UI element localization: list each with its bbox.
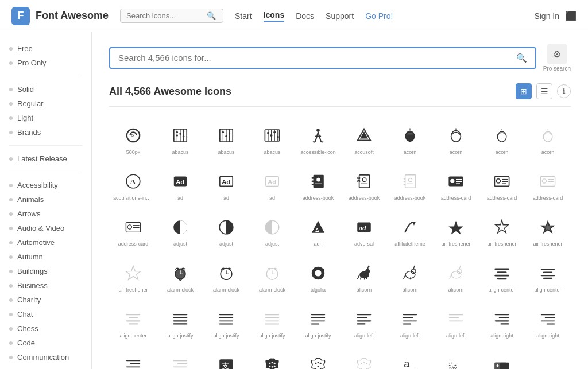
pro-search-icon: ⚙ xyxy=(547,44,567,64)
icon-cell-align-justify3[interactable]: align-justify xyxy=(249,300,295,345)
svg-point-171 xyxy=(274,363,276,364)
icon-cell-amazon[interactable]: a amazon xyxy=(387,345,433,369)
big-search-box[interactable]: 🔍 xyxy=(109,47,536,69)
icon-cell-ad3[interactable]: Ad ad xyxy=(249,162,295,208)
icon-cell-address-card3[interactable]: address-card xyxy=(525,162,571,208)
icon-cell-allergies1[interactable]: allergies xyxy=(249,345,295,369)
icon-cell-amazon-pay[interactable]: apay amazon-pay xyxy=(433,345,479,369)
icon-cell-accusoft[interactable]: accusoft xyxy=(341,116,387,162)
icon-cell-accessible[interactable]: accessible-icon xyxy=(295,116,341,162)
icon-cell-alarm1[interactable]: alarm-clock xyxy=(157,254,203,300)
icon-cell-alipay[interactable]: 支 alipay xyxy=(203,345,249,369)
icon-cell-adjust1[interactable]: adjust xyxy=(157,208,203,254)
icon-cell-address-book3[interactable]: address-book xyxy=(387,162,433,208)
icon-cell-adn[interactable]: Δ adn xyxy=(295,208,341,254)
sidebar-item-accessibility[interactable]: Accessibility xyxy=(0,178,91,192)
icon-cell-air-freshener4[interactable]: air-freshener xyxy=(109,254,157,300)
sidebar-item-chess[interactable]: Chess xyxy=(0,321,91,336)
sidebar-item-chat[interactable]: Chat xyxy=(0,307,91,321)
icon-cell-adjust3[interactable]: adjust xyxy=(249,208,295,254)
sidebar-item-code[interactable]: Code xyxy=(0,336,91,350)
icon-cell-align-right1[interactable]: align-right xyxy=(479,300,525,345)
icon-cell-air-freshener1[interactable]: air-freshener xyxy=(433,208,479,254)
icon-label-air-freshener3: air-freshener xyxy=(533,241,562,247)
icon-cell-acorn3[interactable]: acorn xyxy=(479,116,525,162)
icon-cell-abacus3[interactable]: abacus xyxy=(249,116,295,162)
icon-cell-align-justify2[interactable]: align-justify xyxy=(203,300,249,345)
header-search-input[interactable] xyxy=(126,11,207,20)
icon-label-abacus3: abacus xyxy=(264,149,280,156)
icon-cell-air-freshener2[interactable]: air-freshener xyxy=(479,208,525,254)
icon-cell-alicorn1[interactable]: alicorn xyxy=(341,254,387,300)
nav-gopro[interactable]: Go Pro! xyxy=(365,11,393,21)
icon-cell-address-card1[interactable]: address-card xyxy=(433,162,479,208)
sidebar-item-autumn[interactable]: Autumn xyxy=(0,250,91,264)
sidebar-item-communication[interactable]: Communication xyxy=(0,350,91,364)
sidebar-item-light[interactable]: Light xyxy=(0,111,91,125)
icon-cell-acorn2[interactable]: acorn xyxy=(433,116,479,162)
sidebar-item-regular[interactable]: Regular xyxy=(0,96,91,111)
icon-cell-acorn1[interactable]: acorn xyxy=(387,116,433,162)
nav-start[interactable]: Start xyxy=(235,11,252,21)
sidebar-item-latest-release[interactable]: Latest Release xyxy=(0,152,91,166)
icon-cell-align-left3[interactable]: align-left xyxy=(433,300,479,345)
sidebar-item-buildings[interactable]: Buildings xyxy=(0,264,91,278)
pro-search-button[interactable]: ⚙ Pro search xyxy=(543,44,571,72)
icon-cell-affiliatetheme[interactable]: affiliatetheme xyxy=(387,208,433,254)
sidebar-item-animals[interactable]: Animals xyxy=(0,192,91,207)
grid-view-button[interactable]: ⊞ xyxy=(516,83,532,99)
icon-cell-alarm2[interactable]: alarm-clock xyxy=(203,254,249,300)
icon-cell-adjust2[interactable]: adjust xyxy=(203,208,249,254)
icon-cell-align-center2[interactable]: align-center xyxy=(525,254,571,300)
icon-cell-ad2[interactable]: Ad ad xyxy=(203,162,249,208)
sidebar-item-solid[interactable]: Solid xyxy=(0,82,91,96)
list-view-button[interactable]: ☰ xyxy=(536,83,552,99)
icon-cell-align-center1[interactable]: align-center xyxy=(479,254,525,300)
icon-cell-align-left1[interactable]: align-left xyxy=(341,300,387,345)
info-button[interactable]: ℹ xyxy=(557,84,571,98)
icon-cell-address-card2[interactable]: address-card xyxy=(479,162,525,208)
dot-icon xyxy=(9,88,13,91)
icon-cell-acq-inc[interactable]: A acquisitions-incorporated xyxy=(109,162,157,208)
nav-docs[interactable]: Docs xyxy=(296,11,314,21)
sidebar-item-charity[interactable]: Charity xyxy=(0,293,91,307)
icon-cell-abacus2[interactable]: abacus xyxy=(203,116,249,162)
nav-icons[interactable]: Icons xyxy=(264,10,285,22)
icon-cell-adversal[interactable]: ad adversal xyxy=(341,208,387,254)
icon-cell-allergies3[interactable]: allergies xyxy=(341,345,387,369)
sidebar-item-audio-video[interactable]: Audio & Video xyxy=(0,221,91,235)
icon-cell-address-book2[interactable]: address-book xyxy=(341,162,387,208)
icon-cell-align-right3[interactable]: align-right xyxy=(109,345,157,369)
icon-cell-abacus1[interactable]: abacus xyxy=(157,116,203,162)
icon-cell-algolia[interactable]: algolia xyxy=(295,254,341,300)
icon-cell-acorn4[interactable]: acorn xyxy=(525,116,571,162)
sidebar-item-arrows[interactable]: Arrows xyxy=(0,207,91,221)
icon-cell-ad1[interactable]: Ad ad xyxy=(157,162,203,208)
sidebar-item-computers[interactable]: Computers xyxy=(0,364,91,369)
icon-cell-allergies2[interactable]: allergies xyxy=(295,345,341,369)
icon-cell-ambulance[interactable]: ambulance xyxy=(479,345,525,369)
sidebar-item-free[interactable]: Free xyxy=(0,41,91,56)
icon-cell-alicorn2[interactable]: alicorn xyxy=(387,254,433,300)
sidebar-item-pro[interactable]: Pro Only xyxy=(0,56,91,70)
icon-cell-address-book1[interactable]: address-book xyxy=(295,162,341,208)
icon-cell-alarm3[interactable]: alarm-clock xyxy=(249,254,295,300)
big-search-input[interactable] xyxy=(118,53,516,63)
icon-cell-align-right4[interactable]: align-right xyxy=(157,345,203,369)
icon-cell-air-freshener3[interactable]: air-freshener xyxy=(525,208,571,254)
icon-cell-align-right2[interactable]: align-right xyxy=(525,300,571,345)
sidebar-item-automotive[interactable]: Automotive xyxy=(0,235,91,250)
icon-cell-500px[interactable]: 5 500px xyxy=(109,116,157,162)
nav-support[interactable]: Support xyxy=(326,11,354,21)
header-search-box[interactable]: 🔍 xyxy=(120,9,223,23)
icon-cell-align-left2[interactable]: align-left xyxy=(387,300,433,345)
icon-alarm3 xyxy=(262,263,283,283)
icon-cell-address-card4[interactable]: address-card xyxy=(109,208,157,254)
icon-cell-align-justify1[interactable]: align-justify xyxy=(157,300,203,345)
sidebar-item-brands[interactable]: Brands xyxy=(0,125,91,139)
sidebar-item-business[interactable]: Business xyxy=(0,278,91,293)
icon-cell-align-center3[interactable]: align-center xyxy=(109,300,157,345)
icon-cell-alicorn3[interactable]: alicorn xyxy=(433,254,479,300)
sign-in-button[interactable]: Sign In xyxy=(534,11,559,21)
icon-cell-align-justify4[interactable]: align-justify xyxy=(295,300,341,345)
